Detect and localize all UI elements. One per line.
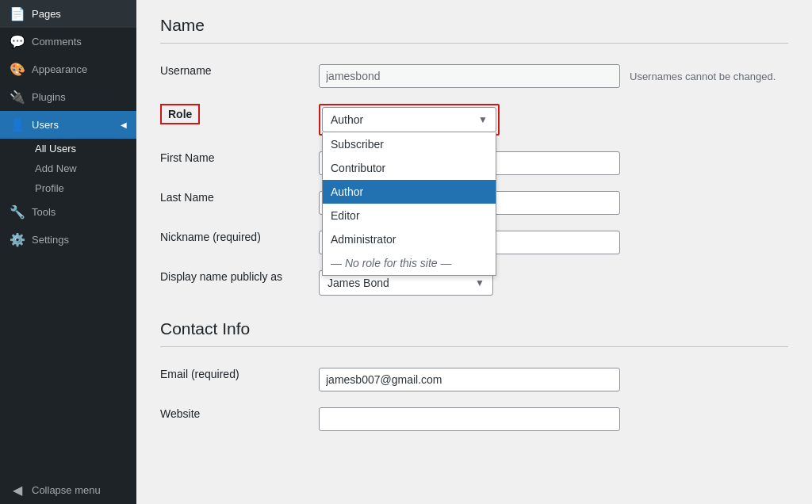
username-input	[319, 64, 620, 88]
role-dropdown-list: Subscriber Contributor Author Editor Adm…	[322, 132, 496, 276]
sidebar-item-comments[interactable]: 💬 Comments	[0, 28, 136, 55]
role-option-author[interactable]: Author	[323, 180, 496, 204]
comments-icon: 💬	[10, 34, 25, 49]
sidebar: 📄 Pages 💬 Comments 🎨 Appearance 🔌 Plugin…	[0, 0, 136, 504]
chevron-down-icon: ▼	[478, 114, 488, 125]
name-form-table: Username Usernames cannot be changed. Ro…	[160, 56, 788, 304]
tools-icon: 🔧	[10, 204, 25, 220]
pages-icon: 📄	[10, 6, 25, 21]
sidebar-item-pages[interactable]: 📄 Pages	[0, 0, 136, 28]
display-name-label: Display name publicly as	[160, 270, 282, 283]
main-content: Name Username Usernames cannot be change…	[136, 0, 812, 504]
role-selected-value: Author	[331, 113, 363, 126]
email-label: Email (required)	[160, 368, 239, 380]
last-name-label: Last Name	[160, 191, 214, 204]
role-label: Role	[160, 104, 200, 124]
sidebar-item-appearance[interactable]: 🎨 Appearance	[0, 55, 136, 83]
sidebar-item-tools[interactable]: 🔧 Tools	[0, 198, 136, 226]
sidebar-item-label: Comments	[32, 36, 82, 48]
website-label: Website	[160, 407, 200, 420]
first-name-label: First Name	[160, 151, 214, 164]
username-field-group: Usernames cannot be changed.	[319, 64, 788, 88]
chevron-down-icon: ▼	[475, 277, 485, 288]
sidebar-sub-all-users[interactable]: All Users	[35, 139, 136, 158]
appearance-icon: 🎨	[10, 62, 25, 77]
sidebar-item-label: Users	[32, 119, 59, 131]
users-arrow: ◀	[121, 120, 127, 129]
role-option-administrator[interactable]: Administrator	[323, 227, 496, 251]
sidebar-item-label: Settings	[32, 234, 69, 246]
email-row: Email (required)	[160, 360, 788, 399]
sidebar-item-settings[interactable]: ⚙️ Settings	[0, 226, 136, 254]
username-note: Usernames cannot be changed.	[630, 71, 776, 82]
settings-icon: ⚙️	[10, 232, 25, 247]
role-option-no-role[interactable]: — No role for this site —	[323, 251, 496, 275]
sidebar-item-label: Appearance	[32, 63, 87, 75]
sidebar-item-label: Tools	[32, 206, 56, 218]
website-input[interactable]	[319, 407, 620, 431]
role-dropdown[interactable]: Author ▼ Subscriber Contributor Author E…	[322, 107, 496, 132]
website-row: Website	[160, 399, 788, 439]
sidebar-item-label: Collapse menu	[32, 484, 101, 496]
role-dropdown-button[interactable]: Author ▼	[322, 107, 496, 132]
username-label: Username	[160, 64, 212, 77]
users-icon: 👤	[10, 117, 25, 132]
nickname-label: Nickname (required)	[160, 231, 261, 243]
plugins-icon: 🔌	[10, 90, 25, 105]
users-submenu: All Users Add New Profile	[0, 139, 136, 198]
role-option-subscriber[interactable]: Subscriber	[323, 132, 496, 156]
contact-section-title: Contact Info	[160, 319, 788, 347]
contact-form-table: Email (required) Website	[160, 360, 788, 439]
role-option-contributor[interactable]: Contributor	[323, 156, 496, 180]
email-input[interactable]	[319, 368, 620, 391]
sidebar-sub-profile[interactable]: Profile	[35, 178, 136, 198]
role-row: Role Author ▼ Subscriber Contributor Aut…	[160, 96, 788, 143]
role-option-editor[interactable]: Editor	[323, 204, 496, 227]
name-section-title: Name	[160, 16, 788, 44]
sidebar-item-label: Pages	[32, 8, 61, 20]
sidebar-item-plugins[interactable]: 🔌 Plugins	[0, 83, 136, 111]
username-row: Username Usernames cannot be changed.	[160, 56, 788, 96]
role-dropdown-container: Author ▼ Subscriber Contributor Author E…	[319, 104, 500, 136]
sidebar-item-label: Plugins	[32, 91, 66, 103]
sidebar-item-collapse[interactable]: ◀ Collapse menu	[0, 476, 136, 504]
display-name-value: James Bond	[327, 277, 389, 289]
collapse-icon: ◀	[10, 483, 25, 498]
sidebar-item-users[interactable]: 👤 Users ◀	[0, 111, 136, 139]
sidebar-sub-add-new[interactable]: Add New	[35, 158, 136, 178]
